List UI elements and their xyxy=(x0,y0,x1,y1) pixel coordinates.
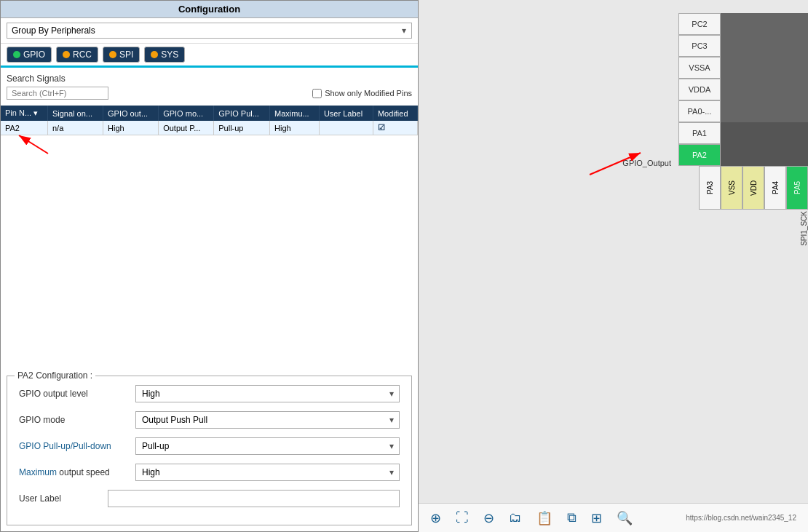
col-gpio-mode[interactable]: GPIO mo... xyxy=(159,106,214,121)
bottom-pin-vss: VSS xyxy=(721,166,742,210)
config-row-gpio-mode: GPIO mode Output Push PullOutput Open Dr… xyxy=(19,411,400,429)
layer-icon[interactable]: 🗂 xyxy=(509,510,522,525)
show-modified-row: Show only Modified Pins xyxy=(312,89,412,98)
bottom-pin-pa4: PA4 xyxy=(764,166,786,210)
config-title: Configuration xyxy=(1,1,418,18)
select-wrapper-gpio-level: LowHigh xyxy=(135,385,400,402)
fit-icon[interactable]: ⛶ xyxy=(456,510,469,525)
tab-sys[interactable]: SYS xyxy=(144,47,185,63)
label-gpio-mode: GPIO mode xyxy=(19,415,135,425)
right-pins: PC2 PC3 VSSA VDDA PA0-... PA1 PA2 xyxy=(678,13,721,166)
select-max-speed[interactable]: LowMediumHigh xyxy=(135,464,400,481)
input-user-label[interactable] xyxy=(108,490,400,507)
label-gpio-level: GPIO output level xyxy=(19,389,135,399)
col-modified[interactable]: Modified xyxy=(373,106,417,121)
label-user-label: User Label xyxy=(19,493,108,504)
table-header-row: Pin N... ▾ Signal on... GPIO out... GPIO… xyxy=(1,106,418,121)
config-row-user-label: User Label xyxy=(19,490,400,507)
select-gpio-mode[interactable]: Output Push PullOutput Open Drain xyxy=(135,411,400,429)
select-gpio-pull[interactable]: No pull-up and no pull-downPull-upPull-d… xyxy=(135,437,400,455)
right-panel: ST PC2 PC3 VSSA VDDA PA0-... PA1 PA2 GPI… xyxy=(419,0,808,532)
cell-user-label xyxy=(319,121,373,135)
search-label: Search Signals xyxy=(7,74,412,84)
col-user-label[interactable]: User Label xyxy=(319,106,373,121)
tab-spi[interactable]: SPI xyxy=(103,47,140,63)
cell-modified: ☑ xyxy=(373,121,417,135)
bottom-pin-vdd: VDD xyxy=(742,166,764,210)
toolbar-icons: ⊕ ⛶ ⊖ 🗂 📋 ⧉ ⊞ 🔍 xyxy=(430,510,633,526)
show-modified-label: Show only Modified Pins xyxy=(325,89,412,98)
cell-maximum: High xyxy=(270,121,320,135)
config-row-max-speed: Maximum output speed LowMediumHigh xyxy=(19,464,400,481)
col-maximum[interactable]: Maximu... xyxy=(270,106,320,121)
col-gpio-out[interactable]: GPIO out... xyxy=(103,106,159,121)
table-row[interactable]: PA2 n/a High Output P... Pull-up High ☑ xyxy=(1,121,418,135)
pin-pa1: PA1 xyxy=(678,122,721,144)
chip-body xyxy=(721,13,808,166)
svg-line-3 xyxy=(590,153,641,175)
pin-vdda: VDDA xyxy=(678,79,721,100)
group-by-select[interactable]: Group By Peripherals xyxy=(7,23,412,39)
split-icon[interactable]: ⧉ xyxy=(567,510,577,525)
sys-dot xyxy=(151,51,158,58)
arrow-area-left xyxy=(1,135,418,157)
tab-rcc-label: RCC xyxy=(73,49,92,60)
arrow-left-svg xyxy=(4,124,63,161)
pin-vssa: VSSA xyxy=(678,57,721,79)
col-pin[interactable]: Pin N... ▾ xyxy=(1,106,47,121)
search-icon[interactable]: 🔍 xyxy=(617,510,633,526)
select-wrapper-gpio-mode: Output Push PullOutput Open Drain xyxy=(135,411,400,429)
zoom-in-icon[interactable]: ⊕ xyxy=(430,510,441,526)
arrow-right-svg xyxy=(582,146,655,182)
group-by-wrapper: Group By Peripherals xyxy=(7,23,412,39)
svg-line-1 xyxy=(19,135,48,154)
rcc-dot xyxy=(63,51,70,58)
toolbar-url: https://blog.csdn.net/wain2345_12 xyxy=(686,514,796,522)
pin-pa0: PA0-... xyxy=(678,100,721,122)
label-gpio-pull: GPIO Pull-up/Pull-down xyxy=(19,441,135,451)
col-signal[interactable]: Signal on... xyxy=(47,106,103,121)
cell-gpio-out: High xyxy=(103,121,159,135)
select-wrapper-gpio-pull: No pull-up and no pull-downPull-upPull-d… xyxy=(135,437,400,455)
bottom-pin-pa3: PA3 xyxy=(699,166,721,210)
config-row-gpio-pull: GPIO Pull-up/Pull-down No pull-up and no… xyxy=(19,437,400,455)
search-section: Search Signals Show only Modified Pins xyxy=(1,68,418,106)
tab-gpio[interactable]: GPIO xyxy=(7,47,52,63)
show-modified-checkbox[interactable] xyxy=(312,89,322,98)
bottom-toolbar: ⊕ ⛶ ⊖ 🗂 📋 ⧉ ⊞ 🔍 https://blog.csdn.net/wa… xyxy=(419,503,808,532)
zoom-out-icon[interactable]: ⊖ xyxy=(483,510,494,526)
col-gpio-pull[interactable]: GPIO Pul... xyxy=(214,106,270,121)
group-by-row: Group By Peripherals xyxy=(1,18,418,44)
tab-gpio-label: GPIO xyxy=(23,49,45,60)
cell-gpio-pull: Pull-up xyxy=(214,121,270,135)
gpio-dot xyxy=(13,51,20,58)
grid-icon[interactable]: ⊞ xyxy=(591,510,602,526)
pa2-config-legend: PA2 Configuration : xyxy=(15,370,95,381)
tabs-row: GPIO RCC SPI SYS xyxy=(1,44,418,68)
pin-table: Pin N... ▾ Signal on... GPIO out... GPIO… xyxy=(1,106,418,135)
pin-pc2: PC2 xyxy=(678,13,721,35)
cell-gpio-mode: Output P... xyxy=(159,121,214,135)
tab-sys-label: SYS xyxy=(161,49,178,60)
search-input[interactable] xyxy=(7,87,108,100)
search-row: Show only Modified Pins xyxy=(7,87,412,100)
pin-pc3: PC3 xyxy=(678,35,721,57)
bottom-pins: PA3 VSS VDD PA4 PA5 xyxy=(699,166,808,210)
tab-spi-label: SPI xyxy=(119,49,133,60)
layer2-icon[interactable]: 📋 xyxy=(536,510,552,526)
pin-pa2: PA2 xyxy=(678,144,721,166)
spi-dot xyxy=(109,51,116,58)
left-panel: Configuration Group By Peripherals GPIO … xyxy=(0,0,419,532)
bottom-pin-pa5: PA5 xyxy=(786,166,808,210)
select-wrapper-max-speed: LowMediumHigh xyxy=(135,464,400,481)
select-gpio-level[interactable]: LowHigh xyxy=(135,385,400,402)
spacer xyxy=(1,157,418,370)
pin-table-container: Pin N... ▾ Signal on... GPIO out... GPIO… xyxy=(1,106,418,135)
label-max-speed: Maximum output speed xyxy=(19,467,135,477)
tab-rcc[interactable]: RCC xyxy=(56,47,98,63)
config-row-gpio-level: GPIO output level LowHigh xyxy=(19,385,400,402)
pa2-config-section: PA2 Configuration : GPIO output level Lo… xyxy=(7,376,412,525)
spi1-sck-label: SPI1_SCK xyxy=(800,211,808,246)
